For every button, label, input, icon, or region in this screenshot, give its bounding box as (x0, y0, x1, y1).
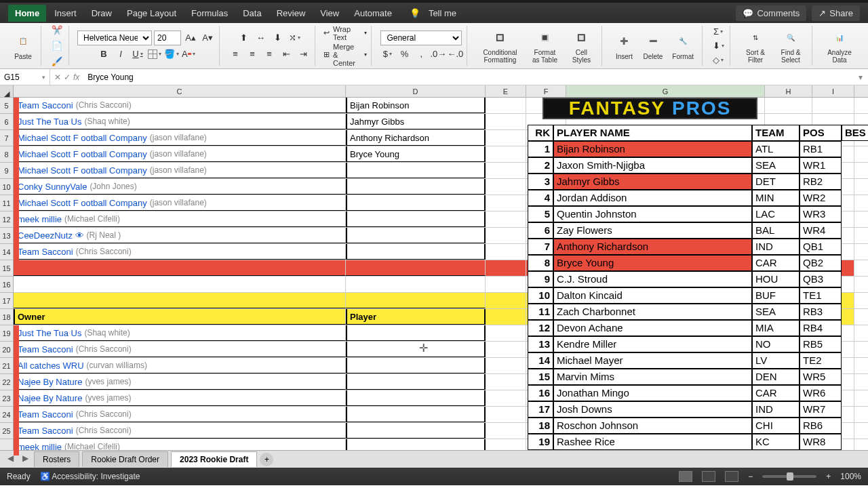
tab-home[interactable]: Home (8, 5, 46, 22)
rank-cell[interactable]: KC (752, 434, 800, 450)
row-header[interactable]: 7 (0, 130, 13, 146)
rank-cell[interactable]: MIA (752, 320, 800, 336)
cell[interactable] (812, 98, 854, 113)
cell[interactable] (486, 423, 526, 439)
col-header[interactable]: I (812, 85, 854, 97)
player-cell[interactable] (346, 439, 486, 450)
cell[interactable] (765, 98, 812, 113)
rank-cell[interactable]: 5 (528, 206, 553, 222)
owner-cell[interactable]: Team Sacconi(Chris Sacconi) (14, 98, 346, 113)
rank-cell[interactable]: WR2 (800, 190, 842, 206)
rank-cell[interactable]: Jonathan Mingo (553, 385, 752, 401)
player-cell[interactable] (346, 228, 486, 243)
cell[interactable] (486, 244, 526, 260)
align-top-icon[interactable]: ⬆ (237, 30, 252, 45)
row-header[interactable]: 21 (0, 358, 13, 374)
owner-cell[interactable]: Najee By Nature(yves james) (14, 390, 346, 406)
formula-input[interactable]: Bryce Young (83, 73, 853, 82)
cell[interactable] (486, 163, 526, 178)
row-header[interactable]: 24 (0, 407, 13, 423)
row-header[interactable]: 16 (0, 277, 13, 293)
owner-cell[interactable]: Just The Tua Us(Shaq white) (14, 114, 346, 129)
rank-cell[interactable]: 2 (528, 157, 553, 174)
rank-cell[interactable]: RB4 (800, 320, 842, 336)
row-header[interactable]: 19 (0, 325, 13, 342)
rank-cell[interactable]: 16 (528, 385, 553, 401)
rank-cell[interactable]: 11 (528, 304, 553, 320)
owner-cell[interactable]: Just The Tua Us(Shaq white) (14, 325, 346, 341)
player-cell[interactable]: Anthony Richardson (346, 130, 486, 146)
zoom-out-icon[interactable]: − (748, 472, 753, 481)
add-sheet-button[interactable]: + (260, 453, 273, 466)
rank-cell[interactable]: WR6 (800, 385, 842, 401)
rank-cell[interactable]: RB5 (800, 336, 842, 352)
cell[interactable] (486, 293, 526, 308)
rank-header-cell[interactable]: POS (800, 125, 842, 141)
rank-cell[interactable]: 1 (528, 141, 553, 157)
rank-cell[interactable]: 10 (528, 287, 553, 304)
tab-formulas[interactable]: Formulas (184, 5, 235, 22)
accessibility-status[interactable]: ♿ Accessibility: Investigate (40, 472, 140, 481)
zoom-level[interactable]: 100% (840, 472, 861, 481)
rank-cell[interactable]: 19 (528, 434, 553, 450)
orientation-icon[interactable]: ⤭ (288, 30, 302, 45)
owner-cell[interactable]: Team Sacconi(Chris Sacconi) (14, 423, 346, 439)
cell[interactable] (486, 130, 526, 146)
rank-cell[interactable]: Zay Flowers (553, 222, 752, 239)
owner-cell[interactable]: Team Sacconi(Chris Sacconi) (14, 244, 346, 260)
cell[interactable] (346, 277, 486, 292)
col-header[interactable]: H (765, 85, 812, 97)
rank-cell[interactable]: Anthony Richardson (553, 239, 752, 255)
cell[interactable] (486, 309, 526, 325)
rank-cell[interactable]: WR4 (800, 222, 842, 239)
currency-icon[interactable]: $ (380, 47, 395, 62)
rank-cell[interactable]: 17 (528, 401, 553, 418)
cell[interactable] (486, 260, 526, 276)
borders-button[interactable] (147, 47, 162, 62)
col-header[interactable]: D (346, 85, 486, 97)
player-cell[interactable] (346, 179, 486, 195)
fill-icon[interactable]: ⬇ (711, 40, 726, 52)
row-headers[interactable]: ◢ 5678910111213141516171819202122232425 (0, 85, 14, 450)
fx-icon[interactable]: fx (73, 73, 79, 82)
format-as-table-button[interactable]: 🔳Format as Table (526, 26, 564, 65)
rank-cell[interactable]: 14 (528, 352, 553, 369)
cell[interactable] (486, 374, 526, 390)
font-color-button[interactable]: A (181, 47, 196, 62)
bold-button[interactable]: B (96, 47, 111, 62)
col-header[interactable]: G (566, 85, 765, 97)
cell[interactable] (486, 390, 526, 406)
tell-me[interactable]: Tell me (422, 5, 463, 22)
underline-button[interactable]: U (130, 47, 145, 62)
rank-cell[interactable]: Marvin Mims (553, 369, 752, 385)
expand-formula-icon[interactable]: ▾ (853, 73, 868, 82)
cell[interactable] (14, 293, 346, 308)
col-header[interactable]: E (486, 85, 526, 97)
format-painter-icon[interactable]: 🖌️ (50, 56, 64, 67)
owner-cell[interactable]: Michael Scott F ootball Company(jason vi… (14, 130, 346, 146)
fill-color-button[interactable]: 🪣 (164, 47, 179, 62)
rank-cell[interactable]: WR5 (800, 369, 842, 385)
rank-cell[interactable]: 9 (528, 271, 553, 287)
rank-cell[interactable]: SEA (752, 304, 800, 320)
rank-cell[interactable]: 3 (528, 174, 553, 190)
share-button[interactable]: ↗ Share (812, 5, 860, 21)
cell[interactable] (14, 260, 346, 276)
row-header[interactable]: 17 (0, 293, 13, 309)
rank-cell[interactable]: Kendre Miller (553, 336, 752, 352)
rank-cell[interactable]: 6 (528, 222, 553, 239)
rank-cell[interactable]: TE2 (800, 352, 842, 369)
align-middle-icon[interactable]: ↔ (254, 30, 269, 45)
row-header[interactable]: 8 (0, 146, 13, 163)
row-header[interactable]: 9 (0, 163, 13, 179)
row-header[interactable]: 10 (0, 179, 13, 195)
col-header[interactable]: C (14, 85, 346, 97)
sheet-tab[interactable]: Rosters (34, 451, 79, 467)
cell[interactable] (486, 98, 526, 113)
rank-cell[interactable]: 7 (528, 239, 553, 255)
wrap-text-button[interactable]: ↩ Wrap Text ▾ (323, 25, 367, 41)
tab-review[interactable]: Review (270, 5, 313, 22)
owner-cell[interactable]: meek millie(Michael Cifelli) (14, 439, 346, 450)
normal-view-icon[interactable] (679, 471, 692, 482)
find-select-button[interactable]: 🔍Find & Select (774, 26, 808, 65)
